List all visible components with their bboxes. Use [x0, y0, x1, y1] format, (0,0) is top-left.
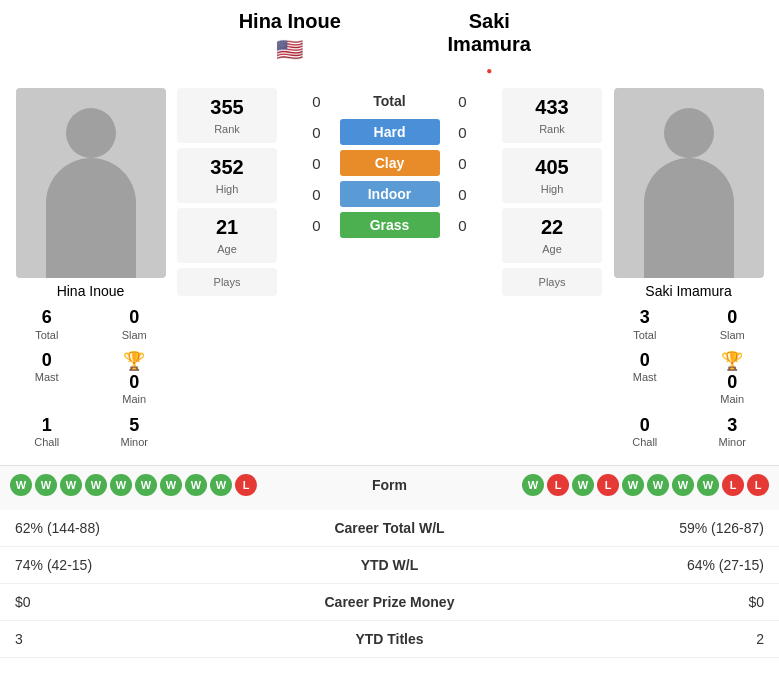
right-player-name: SakiImamura [390, 10, 590, 56]
left-high-box: 352 High [177, 148, 277, 203]
form-section: WWWWWWWWWL Form WLWLWWWWLL [0, 465, 779, 510]
indoor-left-score: 0 [302, 186, 332, 203]
form-badge-w: W [210, 474, 232, 496]
right-age-lbl: Age [512, 243, 592, 255]
right-mast-lbl: Mast [633, 371, 657, 384]
right-player-card: Saki Imamura 3 Total 0 Slam 0 Mast 🏆 0 [606, 88, 771, 452]
stats-row-2: $0 Career Prize Money $0 [0, 584, 779, 621]
stats-right-1: 64% (27-15) [549, 547, 779, 584]
left-minor-lbl: Minor [120, 436, 148, 449]
right-plays-lbl: Plays [512, 276, 592, 288]
right-rank-val: 433 [512, 96, 592, 119]
left-total-cell: 6 Total [8, 304, 86, 345]
form-badge-w: W [697, 474, 719, 496]
left-flag: 🇺🇸 [276, 37, 303, 62]
left-avatar [16, 88, 166, 278]
left-player-name: Hina Inoue [190, 10, 390, 33]
left-name-below: Hina Inoue [57, 283, 125, 299]
form-badge-l: L [597, 474, 619, 496]
right-player-header [599, 10, 769, 78]
header-area: Hina Inoue 🇺🇸 SakiImamura ● [0, 0, 779, 83]
left-form-badges: WWWWWWWWWL [10, 474, 257, 496]
right-avatar [614, 88, 764, 278]
left-mast-cell: 0 Mast [8, 347, 86, 410]
left-stat-boxes: 355 Rank 352 High 21 Age Plays [177, 88, 277, 296]
left-slam-cell: 0 Slam [96, 304, 174, 345]
right-minor-val: 3 [727, 415, 737, 437]
comparison-area: Hina Inoue 6 Total 0 Slam 0 Mast 🏆 0 Ma [0, 83, 779, 457]
form-badge-l: L [235, 474, 257, 496]
left-high-val: 352 [187, 156, 267, 179]
left-trophy-icon: 🏆 [123, 350, 145, 372]
left-slam-val: 0 [129, 307, 139, 329]
left-total-val: 6 [42, 307, 52, 329]
right-main-val: 0 [727, 372, 737, 394]
stats-left-2: $0 [0, 584, 230, 621]
form-badge-w: W [110, 474, 132, 496]
total-right-score: 0 [448, 93, 478, 110]
stats-left-3: 3 [0, 621, 230, 658]
left-main-cell: 🏆 0 Main [96, 347, 174, 410]
clay-badge: Clay [340, 150, 440, 176]
form-badge-w: W [572, 474, 594, 496]
right-rank-lbl: Rank [512, 123, 592, 135]
left-minor-val: 5 [129, 415, 139, 437]
right-chall-val: 0 [640, 415, 650, 437]
right-total-val: 3 [640, 307, 650, 329]
left-rank-lbl: Rank [187, 123, 267, 135]
total-left-score: 0 [302, 93, 332, 110]
form-badge-w: W [60, 474, 82, 496]
left-chall-lbl: Chall [34, 436, 59, 449]
right-total-lbl: Total [633, 329, 656, 342]
clay-left-score: 0 [302, 155, 332, 172]
form-row: WWWWWWWWWL Form WLWLWWWWLL [10, 474, 769, 496]
form-badge-w: W [185, 474, 207, 496]
right-high-box: 405 High [502, 148, 602, 203]
left-high-lbl: High [187, 183, 267, 195]
left-age-val: 21 [187, 216, 267, 239]
hard-row: 0 Hard 0 [281, 119, 498, 145]
right-slam-val: 0 [727, 307, 737, 329]
right-main-cell: 🏆 0 Main [694, 347, 772, 410]
left-rank-val: 355 [187, 96, 267, 119]
stats-left-1: 74% (42-15) [0, 547, 230, 584]
right-rank-box: 433 Rank [502, 88, 602, 143]
stats-table: 62% (144-88) Career Total W/L 59% (126-8… [0, 510, 779, 658]
grass-left-score: 0 [302, 217, 332, 234]
right-main-lbl: Main [720, 393, 744, 406]
right-mast-val: 0 [640, 350, 650, 372]
right-flag: ● [486, 65, 492, 76]
hard-badge: Hard [340, 119, 440, 145]
right-form-badges: WLWLWWWWLL [522, 474, 769, 496]
stats-row-1: 74% (42-15) YTD W/L 64% (27-15) [0, 547, 779, 584]
left-total-lbl: Total [35, 329, 58, 342]
left-player-header [10, 10, 180, 78]
form-badge-w: W [522, 474, 544, 496]
stats-row-3: 3 YTD Titles 2 [0, 621, 779, 658]
right-chall-lbl: Chall [632, 436, 657, 449]
indoor-right-score: 0 [448, 186, 478, 203]
right-plays-box: Plays [502, 268, 602, 296]
grass-row: 0 Grass 0 [281, 212, 498, 238]
right-total-cell: 3 Total [606, 304, 684, 345]
left-mast-val: 0 [42, 350, 52, 372]
indoor-row: 0 Indoor 0 [281, 181, 498, 207]
right-trophy-icon: 🏆 [721, 350, 743, 372]
right-high-val: 405 [512, 156, 592, 179]
grass-right-score: 0 [448, 217, 478, 234]
right-slam-lbl: Slam [720, 329, 745, 342]
form-badge-w: W [85, 474, 107, 496]
right-slam-cell: 0 Slam [694, 304, 772, 345]
form-badge-w: W [135, 474, 157, 496]
right-age-val: 22 [512, 216, 592, 239]
total-badge: Total [340, 88, 440, 114]
form-badge-w: W [622, 474, 644, 496]
grass-badge: Grass [340, 212, 440, 238]
right-name-below: Saki Imamura [645, 283, 731, 299]
indoor-badge: Indoor [340, 181, 440, 207]
form-badge-w: W [10, 474, 32, 496]
form-badge-w: W [160, 474, 182, 496]
right-minor-lbl: Minor [718, 436, 746, 449]
center-header: Hina Inoue 🇺🇸 SakiImamura ● [185, 10, 594, 78]
left-mast-lbl: Mast [35, 371, 59, 384]
